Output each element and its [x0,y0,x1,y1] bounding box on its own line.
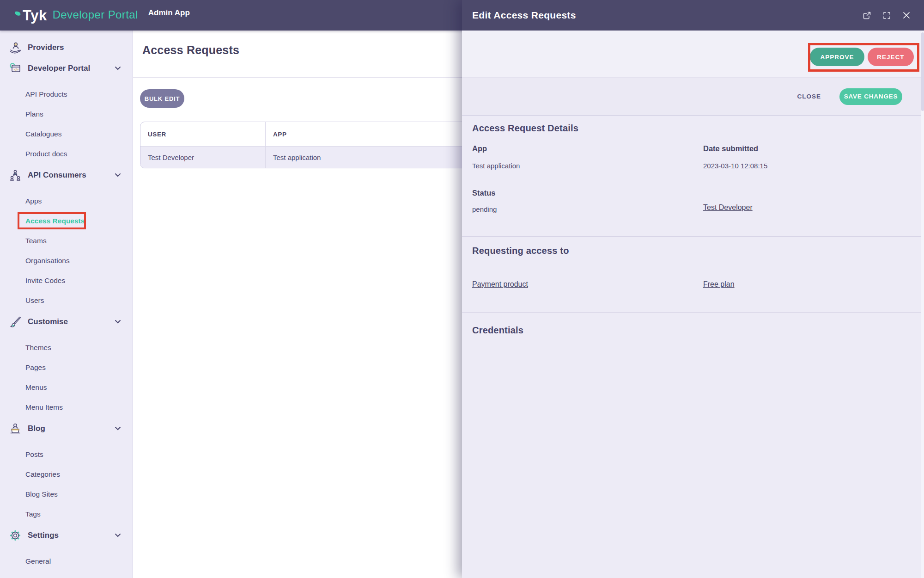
app-name: Admin App [148,8,190,18]
sidebar-item-developer-portal[interactable]: </> Developer Portal [0,58,132,79]
page-title: Access Requests [142,43,239,57]
table-header-row: USER APP [140,122,500,146]
app-field-value: Test application [472,162,520,170]
providers-icon [8,40,23,55]
cell-user: Test Developer [140,147,265,168]
sidebar-item-settings[interactable]: Settings [0,525,132,546]
chevron-down-icon [115,426,121,430]
product-name: Developer Portal [53,8,138,21]
status-field-value: pending [472,205,497,213]
sidebar-item-api-products[interactable]: API Products [0,84,132,104]
sidebar-item-tags[interactable]: Tags [0,504,132,524]
sidebar-nav: Providers </> Developer Portal API Produ… [0,31,133,578]
details-section-heading: Access Request Details [472,123,578,134]
sidebar-item-apps[interactable]: Apps [0,191,132,211]
drawer-scrollbar-thumb[interactable] [921,32,924,111]
developer-portal-subgroup: API Products Plans Catalogues Product do… [0,84,132,164]
sidebar-item-plans[interactable]: Plans [0,104,132,124]
drawer-header-icons [863,12,910,19]
column-header-user: USER [140,122,265,146]
customise-icon [8,314,23,329]
requesting-section-heading: Requesting access to [472,246,569,256]
sidebar-item-themes[interactable]: Themes [0,338,132,357]
sidebar-item-pages[interactable]: Pages [0,357,132,377]
app-window: Tyk Developer Portal Admin App Providers [0,0,924,578]
app-field-label: App [472,144,487,153]
tyk-logo: Tyk Developer Portal Admin App [14,8,190,23]
settings-icon [8,528,23,543]
close-icon[interactable] [903,12,910,19]
section-divider [462,236,924,237]
edit-access-request-drawer: Edit Access Requests [462,0,924,578]
tyk-wordmark: Tyk [23,8,47,23]
sidebar-item-users[interactable]: Users [0,290,132,310]
drawer-title: Edit Access Requests [472,10,576,21]
customise-subgroup: Themes Pages Menus Menu Items [0,338,132,417]
sidebar-item-organisations[interactable]: Organisations [0,251,132,271]
chevron-down-icon [115,66,121,70]
developer-portal-icon: </> [8,61,23,76]
access-requests-table: USER APP Test Developer Test application [140,122,500,168]
sidebar-item-catalogues[interactable]: Catalogues [0,124,132,144]
sidebar-item-blog[interactable]: Blog [0,418,132,439]
sidebar-item-menu-items[interactable]: Menu Items [0,397,132,417]
sidebar-item-categories[interactable]: Categories [0,464,132,484]
table-row[interactable]: Test Developer Test application [140,146,500,168]
sidebar-item-label: Customise [28,317,68,326]
approve-button[interactable]: APPROVE [810,48,864,66]
sidebar-item-customise[interactable]: Customise [0,311,132,332]
sidebar-item-label: API Consumers [28,171,86,180]
chevron-down-icon [115,533,121,537]
settings-subgroup: General [0,551,132,571]
section-divider [462,312,924,313]
sidebar-item-label: Settings [28,531,59,540]
user-link[interactable]: Test Developer [703,203,753,212]
credentials-section-heading: Credentials [472,325,523,336]
api-consumers-icon [8,168,23,183]
plan-link[interactable]: Free plan [703,280,735,289]
close-button[interactable]: CLOSE [797,93,821,100]
api-consumers-subgroup: Apps Access Requests Teams Organisations… [0,191,132,310]
product-link[interactable]: Payment product [472,280,528,289]
sidebar-item-label: Blog [28,424,45,433]
sidebar-item-api-consumers[interactable]: API Consumers [0,165,132,185]
date-submitted-value: 2023-03-10 12:08:15 [703,162,767,170]
date-submitted-label: Date submitted [703,144,758,153]
sidebar-item-access-requests[interactable]: Access Requests [0,211,132,231]
sidebar-item-label: Developer Portal [28,64,90,73]
sidebar-item-menus[interactable]: Menus [0,377,132,397]
status-field-label: Status [472,189,495,197]
sidebar-item-label: Providers [28,43,64,52]
sidebar-item-general[interactable]: General [0,551,132,571]
chevron-down-icon [115,320,121,324]
sidebar-item-providers[interactable]: Providers [0,37,132,58]
bulk-edit-button[interactable]: BULK EDIT [140,89,184,108]
external-link-icon[interactable] [863,12,871,19]
blog-icon [8,421,23,436]
reject-button[interactable]: REJECT [868,48,914,66]
sidebar-item-posts[interactable]: Posts [0,444,132,464]
sidebar-item-blog-sites[interactable]: Blog Sites [0,484,132,504]
drawer-header: Edit Access Requests [462,0,924,31]
tyk-leaf-icon [14,11,22,18]
drawer-scrollbar[interactable] [921,31,924,578]
sidebar-item-invite-codes[interactable]: Invite Codes [0,271,132,290]
save-changes-button[interactable]: SAVE CHANGES [839,88,902,105]
sidebar-item-product-docs[interactable]: Product docs [0,144,132,164]
blog-subgroup: Posts Categories Blog Sites Tags [0,444,132,524]
svg-text:</>: </> [14,68,18,71]
drawer-save-bar: CLOSE SAVE CHANGES [462,78,924,116]
sidebar-item-teams[interactable]: Teams [0,231,132,251]
expand-icon[interactable] [883,12,890,19]
chevron-down-icon [115,173,121,177]
